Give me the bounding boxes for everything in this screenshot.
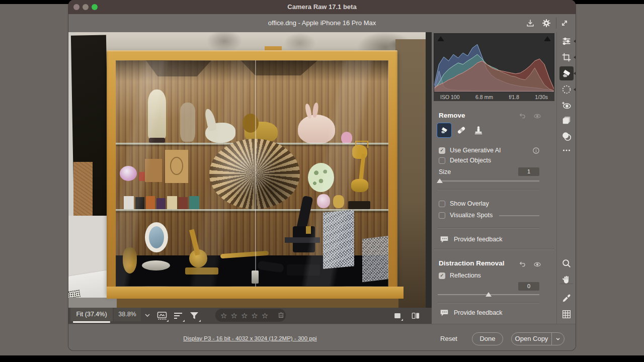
- masking-icon[interactable]: [561, 84, 572, 95]
- use-generative-ai-checkbox[interactable]: ✓: [439, 147, 445, 154]
- zoom-fit-tab[interactable]: Fit (37.4%): [70, 308, 113, 321]
- star-icon[interactable]: ☆: [230, 312, 237, 319]
- document-header: office.dng - Apple iPhone 16 Pro Max: [68, 14, 576, 32]
- window-title: Camera Raw 17.1 beta: [68, 0, 576, 14]
- presets-icon[interactable]: [561, 115, 572, 126]
- zoom-chevron-down-icon[interactable]: [144, 312, 151, 319]
- reflections-label: Reflections: [450, 272, 481, 279]
- open-copy-chevron[interactable]: [551, 333, 564, 345]
- remove-feedback-label: Provide feedback: [454, 236, 503, 243]
- heal-tool-button[interactable]: [456, 125, 467, 136]
- visualize-spots-label: Visualize Spots: [450, 212, 493, 219]
- size-value[interactable]: 1: [518, 167, 539, 176]
- sort-icon[interactable]: [172, 310, 184, 322]
- visualize-spots-slider[interactable]: [499, 215, 539, 216]
- exif-info: ISO 100 6.8 mm f/1.8 1/30s: [434, 93, 554, 101]
- exif-shutter: 1/30s: [535, 94, 548, 100]
- eye-icon[interactable]: [533, 260, 541, 268]
- size-label: Size: [439, 168, 451, 175]
- done-button[interactable]: Done: [472, 332, 503, 345]
- single-view-icon[interactable]: [392, 311, 403, 321]
- flyout-arrow: [401, 319, 403, 321]
- photo-cabinet-stand: [117, 299, 398, 308]
- histogram-chart: [434, 40, 554, 92]
- star-icon[interactable]: ☆: [262, 312, 268, 319]
- zoom-fit-active-underline: [73, 321, 110, 323]
- before-after-icon[interactable]: [411, 311, 421, 321]
- star-icon[interactable]: ☆: [220, 312, 227, 319]
- zoom-level-tab[interactable]: 38.8%: [114, 308, 141, 321]
- reflections-amount-value[interactable]: 0: [518, 282, 539, 291]
- red-eye-icon[interactable]: [561, 100, 572, 111]
- fullscreen-icon[interactable]: [559, 18, 570, 28]
- exif-aperture: f/1.8: [509, 94, 519, 100]
- more-icon[interactable]: [561, 145, 572, 156]
- photo-cabinet-frame: [107, 50, 397, 295]
- image-canvas[interactable]: [68, 32, 426, 308]
- panel-flyout-arrow: [574, 72, 576, 75]
- footer-bar: Display P3 - 16 bit - 4032 x 3024 (12.2M…: [68, 324, 576, 350]
- show-overlay-checkbox[interactable]: [439, 201, 445, 207]
- flyout-arrow: [183, 320, 185, 322]
- detect-objects-checkbox[interactable]: [439, 157, 445, 164]
- distraction-feedback-label: Provide feedback: [454, 309, 503, 316]
- camera-raw-window: Camera Raw 17.1 beta office.dng - Apple …: [68, 0, 576, 350]
- remove-icon[interactable]: [561, 68, 572, 79]
- divider: [438, 227, 539, 228]
- trash-icon[interactable]: [277, 311, 285, 319]
- clone-stamp-tool-button[interactable]: [473, 125, 484, 136]
- download-icon[interactable]: [525, 18, 535, 28]
- header-divider: [556, 18, 556, 29]
- color-icon[interactable]: [561, 131, 572, 142]
- filter-icon[interactable]: [188, 310, 200, 322]
- photo-wall-right: [395, 39, 426, 308]
- open-copy-label[interactable]: Open Copy: [512, 333, 551, 345]
- eraser-tool-button[interactable]: [437, 123, 452, 138]
- detect-objects-row[interactable]: Detect Objects: [439, 157, 491, 164]
- exif-iso: ISO 100: [440, 94, 460, 100]
- panel-flyout-arrow: [574, 40, 576, 43]
- crop-icon[interactable]: [561, 52, 572, 63]
- titlebar: Camera Raw 17.1 beta: [68, 0, 576, 14]
- reflections-checkbox[interactable]: ✓: [439, 273, 445, 279]
- undo-icon[interactable]: [518, 112, 526, 120]
- workflow-options-link[interactable]: Display P3 - 16 bit - 4032 x 3024 (12.2M…: [68, 335, 432, 341]
- star-icon[interactable]: ☆: [251, 312, 258, 319]
- reset-button[interactable]: Reset: [435, 332, 463, 345]
- open-copy-button[interactable]: Open Copy: [511, 332, 565, 345]
- histogram[interactable]: [434, 33, 554, 93]
- settings-gear-icon[interactable]: [541, 18, 551, 28]
- zoom-tool-icon[interactable]: [561, 258, 572, 269]
- reflections-row[interactable]: ✓ Reflections: [439, 272, 481, 279]
- edit-icon[interactable]: [561, 36, 572, 47]
- viewer-toolbar: Fit (37.4%) 38.8% ☆☆☆☆☆: [68, 308, 432, 324]
- grid-overlay-icon[interactable]: [561, 309, 572, 320]
- edit-panel: ISO 100 6.8 mm f/1.8 1/30s Remove: [432, 32, 556, 324]
- photo-glass-reflections: [116, 60, 388, 287]
- filmstrip-icon[interactable]: [156, 310, 168, 322]
- tool-column-divider: [560, 284, 573, 284]
- distraction-feedback-button[interactable]: Provide feedback: [440, 309, 503, 317]
- use-generative-ai-row[interactable]: ✓ Use Generative AI: [439, 147, 501, 154]
- star-icon[interactable]: ☆: [241, 312, 248, 319]
- remove-feedback-button[interactable]: Provide feedback: [440, 235, 503, 243]
- star-rating: ☆☆☆☆☆: [215, 309, 286, 322]
- panel-flyout-arrow: [574, 88, 576, 91]
- show-overlay-row[interactable]: Show Overlay: [439, 200, 489, 207]
- size-slider[interactable]: [438, 177, 539, 184]
- screen: Camera Raw 17.1 beta office.dng - Apple …: [0, 0, 644, 362]
- exif-focal-length: 6.8 mm: [475, 94, 493, 100]
- use-generative-ai-label: Use Generative AI: [450, 147, 501, 154]
- distraction-section-title: Distraction Removal: [439, 259, 505, 267]
- section-divider: [434, 249, 554, 249]
- info-icon[interactable]: [532, 147, 540, 154]
- reflections-amount-slider[interactable]: [438, 291, 539, 298]
- visualize-spots-row[interactable]: Visualize Spots: [439, 212, 493, 219]
- viewer-gap: [426, 32, 432, 308]
- detect-objects-label: Detect Objects: [450, 157, 491, 164]
- tool-column: [556, 32, 576, 324]
- undo-icon[interactable]: [518, 260, 526, 268]
- visualize-spots-checkbox[interactable]: [439, 212, 445, 219]
- eye-icon[interactable]: [533, 112, 541, 120]
- eyedropper-icon[interactable]: [561, 293, 572, 304]
